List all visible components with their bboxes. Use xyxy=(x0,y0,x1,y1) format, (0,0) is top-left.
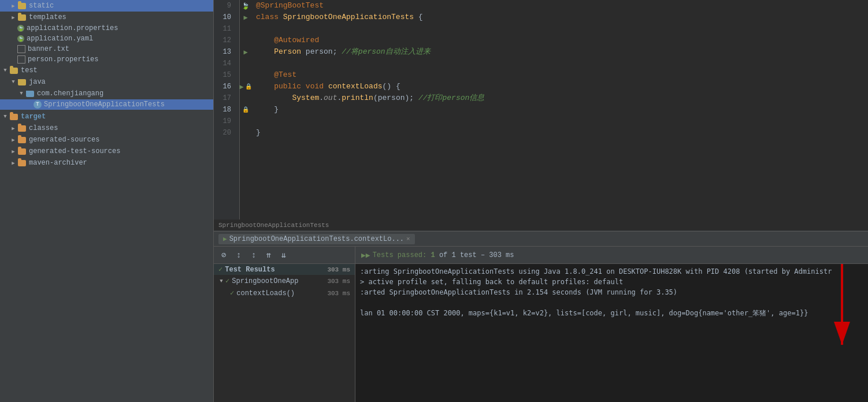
sidebar-label: java xyxy=(29,78,46,86)
collapse-arrow: ▶ xyxy=(10,3,16,9)
expand-arrow: ▼ xyxy=(2,68,8,73)
gutter-item[interactable]: ▶ xyxy=(240,46,251,58)
sidebar-label: com.chenjiangang xyxy=(37,90,103,98)
code-token xyxy=(256,46,274,58)
console-output-area: ▶▶ Tests passed: 1 of 1 test – 303 ms :a… xyxy=(355,247,868,402)
code-line: } xyxy=(256,127,868,139)
sidebar-item-maven-archiver[interactable]: ▶ maven-archiver xyxy=(0,157,213,169)
code-token xyxy=(256,92,292,104)
code-token xyxy=(301,81,306,92)
line-num: 15 xyxy=(214,69,235,81)
sidebar-item-app-yaml[interactable]: 🍃 application.yaml xyxy=(0,34,213,44)
test-suite-item[interactable]: ▼ ✓ SpringbootOneApp 303 ms xyxy=(214,275,355,287)
sidebar-item-static[interactable]: ▶ static xyxy=(0,0,213,12)
console-line: :arted SpringbootOneApplicationTests in … xyxy=(360,287,863,297)
code-token: contextLoads xyxy=(328,81,383,92)
folder-icon xyxy=(17,1,27,10)
sidebar-item-app-properties[interactable]: 🍃 application.properties xyxy=(0,23,213,34)
editor-area: 9 10 11 12 13 14 15 16 17 18 19 20 🍃 ▶ xyxy=(214,0,868,402)
gen-test-folder-icon xyxy=(17,147,27,156)
folder-open-icon xyxy=(17,77,27,87)
code-token: //将person自动注入进来 xyxy=(342,46,430,58)
pass-icon: ✓ xyxy=(230,289,234,297)
code-token: @Test xyxy=(274,69,296,81)
code-token: class xyxy=(256,12,283,23)
sidebar-label: static xyxy=(29,2,54,10)
expand-arrow: ▼ xyxy=(2,114,8,120)
sidebar-label: maven-archiver xyxy=(29,159,87,167)
gutter-item xyxy=(240,127,251,139)
sort-alpha-button[interactable]: ↕ xyxy=(232,249,245,262)
code-content: @SpringBootTest class SpringbootOneAppli… xyxy=(251,0,868,219)
sidebar-item-templates[interactable]: ▶ templates xyxy=(0,12,213,23)
sidebar-item-banner[interactable]: banner.txt xyxy=(0,44,213,54)
sidebar-item-target[interactable]: ▼ target xyxy=(0,111,213,122)
sidebar-label: target xyxy=(21,113,46,121)
expand-arrow: ▼ xyxy=(10,79,16,85)
separator: – xyxy=(481,251,485,259)
pass-status-icon: ▶▶ xyxy=(361,251,370,260)
expand-all-button[interactable]: ⇊ xyxy=(277,249,290,262)
console-line: > active profile set, falling back to de… xyxy=(360,277,863,287)
console-output: :arting SpringbootOneApplicationTests us… xyxy=(355,264,868,402)
collapse-arrow: ▶ xyxy=(10,14,16,20)
line-num: 17 xyxy=(214,92,235,104)
close-tab-button[interactable]: × xyxy=(406,236,410,243)
code-token: () { xyxy=(383,81,400,92)
gutter-item xyxy=(240,23,251,35)
run-gutter-icon[interactable]: ▶ xyxy=(243,13,247,22)
sidebar-item-gen-sources[interactable]: ▶ generated-sources xyxy=(0,134,213,146)
gutter-item: 🔒 xyxy=(240,104,251,116)
gutter-item[interactable]: ▶ xyxy=(240,12,251,23)
tests-passed-label: Tests passed: xyxy=(373,251,427,259)
line-num: 18 xyxy=(214,104,235,116)
code-line: Person person; //将person自动注入进来 xyxy=(256,46,868,58)
sidebar-label: generated-sources xyxy=(29,136,99,144)
pass-icon: ✓ xyxy=(225,277,229,285)
sidebar-item-person-props[interactable]: person.properties xyxy=(0,54,213,65)
text-file-icon xyxy=(17,55,25,64)
code-token: SpringbootOneApplicationTests xyxy=(283,12,414,23)
file-tree[interactable]: ▶ static ▶ templates 🍃 application.prope… xyxy=(0,0,214,402)
breadcrumb: SpringbootOneApplicationTests xyxy=(214,219,868,231)
line-num: 10 xyxy=(214,12,235,23)
test-method-item[interactable]: ✓ contextLoads() 303 ms xyxy=(214,287,355,299)
run-tab[interactable]: ▶ SpringbootOneApplicationTests.contextL… xyxy=(218,234,415,244)
code-line: class SpringbootOneApplicationTests { xyxy=(256,12,868,23)
code-editor[interactable]: 9 10 11 12 13 14 15 16 17 18 19 20 🍃 ▶ xyxy=(214,0,868,219)
sort-fail-button[interactable]: ↕ xyxy=(247,249,260,262)
gutter-item xyxy=(240,35,251,46)
gutter-item[interactable]: ▶ 🔒 xyxy=(240,81,251,92)
code-token: } xyxy=(256,104,279,116)
collapse-arrow: ▶ xyxy=(10,148,16,154)
run-gutter-icon[interactable]: ▶ xyxy=(239,83,243,91)
breadcrumb-text: SpringbootOneApplicationTests xyxy=(218,222,329,229)
gutter-item xyxy=(240,58,251,69)
sidebar-item-classes[interactable]: ▶ classes xyxy=(0,122,213,134)
stop-button[interactable]: ⊘ xyxy=(217,249,230,262)
sidebar-item-test[interactable]: ▼ test xyxy=(0,65,213,76)
gen-folder-icon xyxy=(17,135,27,144)
code-token: out xyxy=(324,92,337,104)
run-gutter-icon[interactable]: ▶ xyxy=(243,48,247,57)
sidebar-item-gen-test-sources[interactable]: ▶ generated-test-sources xyxy=(0,146,213,157)
target-folder-icon xyxy=(9,112,18,121)
line-num: 20 xyxy=(214,127,235,139)
sidebar-label: classes xyxy=(29,124,58,132)
collapse-all-button[interactable]: ⇈ xyxy=(262,249,275,262)
text-file-icon xyxy=(17,45,25,53)
test-method-name: contextLoads() xyxy=(236,289,325,297)
pass-count: 1 xyxy=(431,251,435,259)
sidebar-item-package[interactable]: ▼ com.chenjiangang xyxy=(0,88,213,99)
code-token: System xyxy=(292,92,319,104)
sidebar-label: person.properties xyxy=(28,55,98,64)
code-token: . xyxy=(319,92,324,104)
sidebar-item-java[interactable]: ▼ java xyxy=(0,76,213,88)
sidebar-item-test-class[interactable]: T SpringbootOneApplicationTests xyxy=(0,99,213,110)
line-numbers: 9 10 11 12 13 14 15 16 17 18 19 20 xyxy=(214,0,240,219)
collapse-arrow: ▶ xyxy=(10,125,16,131)
expand-arrow: ▼ xyxy=(218,278,224,284)
line-num: 16 xyxy=(214,81,235,92)
test-results-time: 303 ms xyxy=(327,266,350,273)
collapse-arrow: ▶ xyxy=(10,160,16,166)
